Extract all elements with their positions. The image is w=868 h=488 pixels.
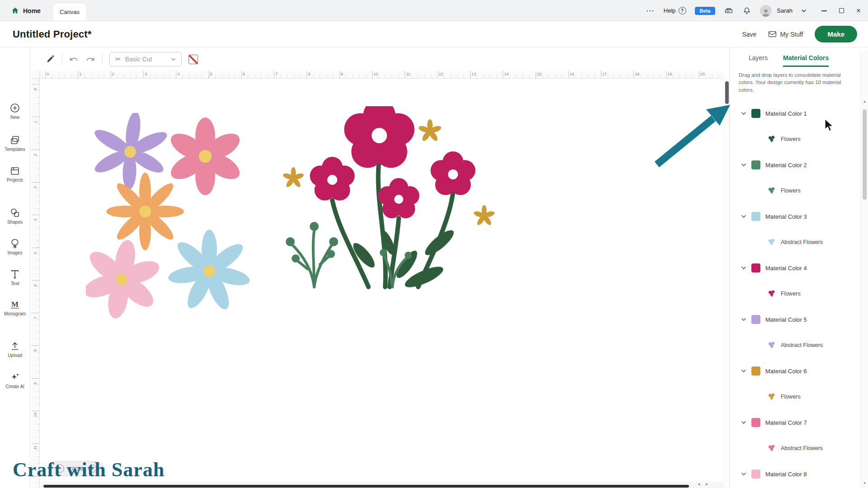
layer-row[interactable]: Flowers: [730, 384, 859, 410]
window-close-button[interactable]: ×: [856, 7, 861, 14]
tab-home[interactable]: Home: [11, 0, 41, 21]
overflow-menu-icon[interactable]: ⋯: [646, 5, 655, 16]
notifications-bell-icon[interactable]: [742, 6, 751, 15]
chevron-down-icon[interactable]: [741, 369, 746, 373]
material-color-swatch[interactable]: [751, 315, 760, 324]
user-chevron-down-icon[interactable]: [801, 9, 807, 13]
scroll-up-icon[interactable]: ▲: [861, 99, 868, 103]
layer-row[interactable]: Flowers: [730, 281, 859, 307]
abstract-flowers-design[interactable]: [86, 113, 258, 325]
abstract-flower-purple[interactable]: [92, 113, 170, 190]
material-color-swatch[interactable]: [751, 366, 760, 375]
ruler-number: 4: [177, 72, 179, 76]
material-color-label: Material Color 8: [765, 471, 807, 478]
chevron-down-icon[interactable]: [741, 163, 746, 167]
linetype-dropdown[interactable]: ✂ Basic Cut: [109, 52, 182, 66]
material-color-swatch[interactable]: [751, 109, 760, 118]
material-color-swatch[interactable]: [751, 469, 760, 479]
ruler-number: 19: [668, 72, 672, 76]
abstract-flower-rose[interactable]: [167, 117, 244, 195]
material-color-swatch[interactable]: [751, 418, 760, 427]
material-color-header[interactable]: Material Color 6: [730, 358, 859, 384]
ruler-number: 10: [373, 72, 378, 76]
machine-icon[interactable]: [724, 6, 734, 15]
sidebar-item-text[interactable]: Text: [0, 269, 30, 286]
layer-row[interactable]: Flowers: [730, 126, 859, 152]
redo-button[interactable]: [85, 55, 95, 64]
material-color-header[interactable]: Material Color 7: [730, 410, 859, 435]
sidebar-item-projects[interactable]: Projects: [0, 165, 30, 183]
layer-row[interactable]: Abstract Flowers: [730, 332, 859, 358]
abstract-flower-orange[interactable]: [106, 173, 184, 250]
project-header: Untitled Project* Save My Stuff Make: [0, 21, 868, 47]
sidebar-item-shapes[interactable]: Shapes: [0, 207, 30, 225]
material-color-header[interactable]: Material Color 4: [730, 255, 859, 281]
chevron-down-icon[interactable]: [741, 421, 746, 424]
material-color-header[interactable]: Material Color 1: [730, 101, 859, 126]
templates-icon: [0, 135, 30, 145]
sidebar-item-images[interactable]: Images: [0, 238, 30, 255]
canvas-vertical-scrollbar[interactable]: [724, 79, 729, 488]
my-stuff-button[interactable]: My Stuff: [768, 31, 803, 38]
magenta-flower-left[interactable]: [310, 157, 354, 201]
material-color-swatch[interactable]: [751, 263, 760, 272]
material-color-header[interactable]: Material Color 2: [730, 152, 859, 178]
left-sidebar: New Templates Projects Shapes Images Tex…: [0, 47, 30, 488]
toolbar-divider: [102, 54, 103, 65]
magenta-flower-center[interactable]: [378, 178, 419, 218]
user-avatar[interactable]: [760, 5, 772, 17]
layer-row[interactable]: Abstract Flowers: [730, 229, 859, 255]
window-maximize-button[interactable]: [839, 8, 844, 13]
edit-pencil-icon[interactable]: [46, 55, 55, 64]
material-color-swatch[interactable]: [751, 160, 760, 169]
chevron-down-icon[interactable]: [741, 112, 746, 115]
tab-layers[interactable]: Layers: [749, 54, 768, 67]
window-minimize-button[interactable]: [821, 10, 827, 11]
canvas-horizontal-scrollbar[interactable]: ◂ ▸: [40, 482, 723, 488]
ruler-number: 20: [700, 72, 705, 76]
sidebar-item-monogram[interactable]: M Monogram: [0, 299, 30, 316]
sidebar-item-templates[interactable]: Templates: [0, 135, 30, 152]
layer-row[interactable]: Abstract Flowers: [730, 435, 859, 461]
chevron-down-icon[interactable]: [741, 318, 746, 321]
chevron-down-icon[interactable]: [741, 215, 746, 218]
layer-row[interactable]: Flowers: [730, 178, 859, 204]
undo-button[interactable]: [69, 55, 79, 64]
chevron-down-icon[interactable]: [741, 472, 746, 476]
layer-thumbnail-flower-icon: [767, 238, 776, 247]
magenta-flower-right[interactable]: [430, 151, 475, 195]
sidebar-item-create-ai[interactable]: Create AI: [0, 372, 30, 389]
material-colors-panel: Layers Material Colors Drag and drop lay…: [729, 47, 868, 488]
material-color-header[interactable]: Material Color 5: [730, 307, 859, 332]
chevron-down-icon[interactable]: [741, 266, 746, 270]
material-color-label: Material Color 7: [765, 419, 807, 426]
material-color-header[interactable]: Material Color 3: [730, 204, 859, 229]
tab-material-colors[interactable]: Material Colors: [783, 54, 829, 67]
material-color-header[interactable]: Material Color 8: [730, 461, 859, 487]
sparkle-ai-icon: [0, 372, 30, 383]
tab-canvas[interactable]: Canvas: [53, 3, 86, 21]
make-button[interactable]: Make: [815, 26, 857, 42]
canvas-horizontal-scrollbar-thumb[interactable]: [43, 485, 689, 488]
color-swatch-none[interactable]: [189, 55, 198, 64]
help-menu[interactable]: Help ?: [664, 7, 686, 14]
scroll-right-icon[interactable]: ▸: [706, 482, 708, 486]
canvas-vertical-scrollbar-thumb[interactable]: [725, 81, 729, 104]
scroll-left-icon[interactable]: ◂: [698, 482, 700, 486]
material-color-group: Material Color 3 Abstract Flowers: [730, 204, 859, 255]
scroll-down-icon[interactable]: ▼: [861, 481, 868, 485]
panel-scrollbar[interactable]: ▲ ▼: [860, 51, 868, 488]
panel-scrollbar-thumb[interactable]: [863, 109, 867, 200]
magenta-flower-large[interactable]: [344, 106, 415, 168]
material-color-swatch[interactable]: [751, 212, 760, 221]
abstract-flower-blue[interactable]: [167, 230, 251, 312]
ruler-number: 7: [275, 72, 278, 76]
ruler-number: 13: [472, 72, 476, 76]
bouquet-design[interactable]: [271, 106, 497, 305]
sidebar-item-new[interactable]: New: [0, 103, 30, 120]
save-button[interactable]: Save: [742, 31, 756, 38]
abstract-flower-pink[interactable]: [86, 239, 162, 320]
sidebar-item-upload[interactable]: Upload: [0, 341, 30, 358]
design-canvas[interactable]: [40, 79, 723, 488]
layer-label: Abstract Flowers: [781, 445, 823, 451]
